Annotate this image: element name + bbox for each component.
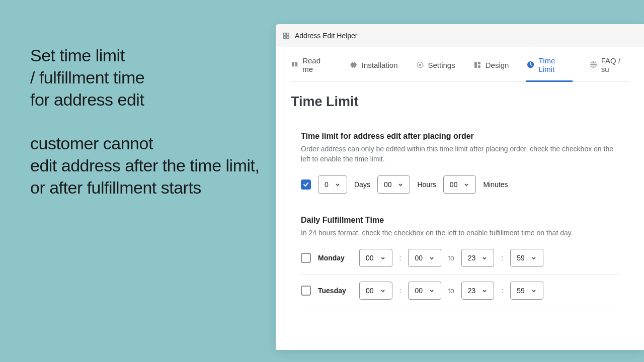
time-colon: :	[399, 287, 401, 295]
design-icon	[473, 61, 481, 69]
monday-end-hour-select[interactable]: 23	[461, 249, 495, 267]
day-rows: Monday 00 : 00 to 23 :	[301, 249, 619, 307]
day-label: Monday	[318, 254, 352, 262]
marketing-line: customer cannot	[30, 132, 262, 154]
marketing-line: Set time limit	[30, 44, 262, 66]
chevron-down-icon	[531, 255, 537, 261]
svg-rect-4	[474, 62, 477, 68]
window-title: Address Edit Helper	[295, 32, 358, 40]
tab-time-limit[interactable]: Time Limit	[527, 56, 571, 81]
select-value: 00	[366, 254, 374, 262]
tuesday-end-min-select[interactable]: 59	[510, 282, 543, 300]
day-row-tuesday: Tuesday 00 : 00 to 23 :	[301, 275, 619, 307]
chevron-down-icon	[481, 288, 488, 294]
app-window: Address Edit Helper Read me Installation…	[276, 24, 644, 350]
minutes-select[interactable]: 00	[443, 175, 476, 194]
select-value: 00	[415, 254, 423, 262]
chevron-down-icon	[481, 255, 488, 261]
to-label: to	[448, 254, 454, 262]
tab-label: Time Limit	[539, 56, 572, 73]
time-colon: :	[501, 254, 503, 262]
chevron-down-icon	[429, 255, 435, 261]
hours-label: Hours	[417, 180, 436, 189]
page-title: Time Limit	[291, 94, 629, 110]
tab-label: FAQ / su	[601, 56, 629, 73]
monday-start-min-select[interactable]: 00	[408, 249, 441, 267]
marketing-copy: Set time limit / fulfillment time for ad…	[30, 44, 262, 199]
to-label: to	[448, 287, 454, 295]
window-titlebar: Address Edit Helper	[276, 24, 644, 47]
fulfillment-section: Daily Fulfillment Time In 24 hours forma…	[291, 216, 629, 307]
select-value: 00	[450, 180, 458, 189]
days-select[interactable]: 0	[318, 175, 347, 194]
time-limit-row: 0 Days 00 Hours 00 Minutes	[301, 175, 619, 194]
monday-end-min-select[interactable]: 59	[510, 249, 543, 267]
tab-installation[interactable]: Installation	[350, 56, 398, 81]
chevron-down-icon	[335, 182, 341, 188]
chevron-down-icon	[380, 255, 386, 261]
select-value: 00	[366, 287, 374, 295]
tab-faq[interactable]: FAQ / su	[590, 56, 629, 81]
section-title: Daily Fulfillment Time	[301, 216, 619, 225]
day-row-monday: Monday 00 : 00 to 23 :	[301, 249, 619, 275]
marketing-line: for address edit	[30, 88, 262, 111]
svg-rect-1	[287, 33, 289, 35]
tab-readme[interactable]: Read me	[291, 56, 332, 81]
chevron-down-icon	[429, 288, 435, 294]
time-colon: :	[399, 254, 401, 262]
tuesday-start-min-select[interactable]: 00	[408, 282, 441, 300]
time-colon: :	[501, 287, 503, 295]
puzzle-icon	[350, 61, 358, 69]
section-desc: In 24 hours format, check the checkbox o…	[301, 228, 619, 238]
svg-rect-0	[284, 33, 286, 35]
tab-design[interactable]: Design	[473, 56, 509, 81]
svg-rect-2	[284, 36, 286, 38]
tab-label: Installation	[362, 61, 398, 69]
tab-label: Read me	[302, 56, 332, 73]
marketing-line: / fulfillment time	[30, 66, 262, 88]
minutes-label: Minutes	[483, 180, 508, 189]
gear-icon	[416, 61, 424, 69]
app-icon	[283, 32, 290, 39]
select-value: 59	[517, 287, 525, 295]
section-title: Time limit for address edit after placin…	[301, 132, 619, 141]
select-value: 23	[468, 254, 476, 262]
chevron-down-icon	[531, 288, 537, 294]
svg-rect-3	[287, 36, 289, 38]
clock-icon	[527, 61, 534, 69]
monday-checkbox[interactable]	[301, 253, 311, 263]
tuesday-end-hour-select[interactable]: 23	[461, 282, 495, 300]
tuesday-checkbox[interactable]	[301, 286, 311, 296]
days-label: Days	[354, 180, 370, 189]
tab-label: Design	[486, 61, 509, 69]
svg-rect-5	[478, 62, 480, 64]
svg-rect-6	[478, 65, 480, 68]
tab-bar: Read me Installation Settings Design	[291, 47, 629, 82]
select-value: 00	[384, 180, 392, 189]
select-value: 0	[325, 180, 329, 189]
chevron-down-icon	[380, 288, 386, 294]
tab-label: Settings	[428, 61, 455, 69]
hours-select[interactable]: 00	[377, 175, 411, 194]
chevron-down-icon	[397, 182, 404, 188]
select-value: 23	[468, 287, 476, 295]
marketing-line: edit address after the time limit,	[30, 154, 262, 176]
marketing-line: or after fulfillment starts	[30, 176, 262, 199]
section-desc: Order address can only be edited within …	[301, 144, 619, 164]
monday-start-hour-select[interactable]: 00	[359, 249, 392, 267]
app-content: Read me Installation Settings Design	[276, 47, 644, 307]
select-value: 59	[517, 254, 525, 262]
globe-icon	[590, 61, 597, 69]
tab-settings[interactable]: Settings	[416, 56, 455, 81]
tuesday-start-hour-select[interactable]: 00	[359, 282, 392, 300]
time-limit-checkbox[interactable]	[301, 179, 311, 190]
day-label: Tuesday	[318, 287, 352, 295]
select-value: 00	[415, 287, 423, 295]
chevron-down-icon	[463, 182, 469, 188]
book-icon	[291, 61, 298, 69]
time-limit-section: Time limit for address edit after placin…	[291, 132, 629, 194]
